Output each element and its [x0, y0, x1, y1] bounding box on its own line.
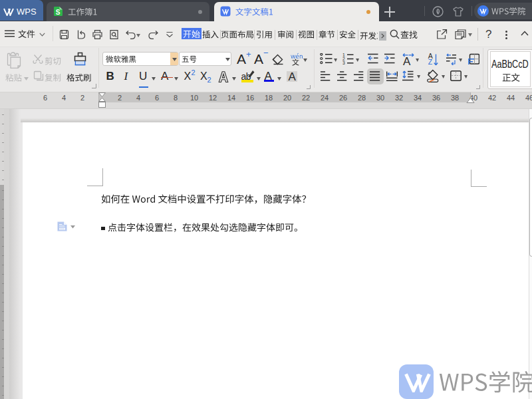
svg-text:3: 3: [342, 61, 345, 65]
svg-text:S: S: [56, 9, 61, 16]
